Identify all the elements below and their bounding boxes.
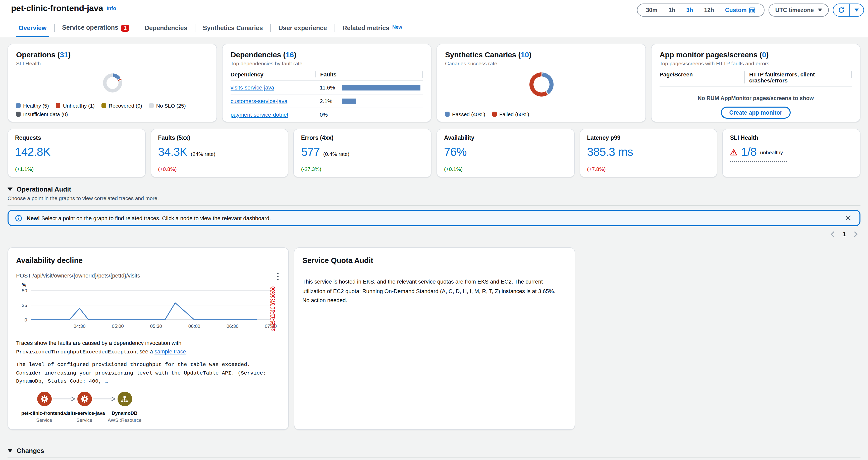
- svg-text:06:30: 06:30: [226, 323, 239, 329]
- section-heading: Changes: [17, 447, 44, 455]
- dependency-link[interactable]: payment-service-dotnet: [230, 112, 288, 118]
- metric-label: Errors (4xx): [301, 135, 424, 141]
- chart-menu-button[interactable]: [275, 272, 280, 282]
- section-subtitle: Choose a point in the graphs to view cor…: [7, 195, 861, 201]
- section-divider: [7, 205, 861, 206]
- metric-cards-row: Requests 142.8K (+1.1%) Faults (5xx) 34.…: [7, 129, 861, 177]
- changes-section-toggle[interactable]: Changes: [7, 447, 861, 455]
- errors-metric-card: Errors (4xx) 577(0.4% rate) (-27.3%): [293, 129, 432, 177]
- trace-explanation: Traces show the faults are caused by a d…: [16, 339, 270, 356]
- metric-delta: (+0.8%): [158, 166, 177, 172]
- svg-text:2025-11-21 07:00:00: 2025-11-21 07:00:00: [271, 286, 276, 331]
- column-header-faults: Faults: [315, 71, 423, 78]
- banner-close-button[interactable]: [843, 213, 853, 223]
- info-link[interactable]: Info: [106, 5, 116, 11]
- legend-item-failed[interactable]: Failed (60%): [492, 111, 529, 117]
- metric-delta: (-27.3%): [301, 166, 321, 172]
- metric-delta: (+7.8%): [587, 166, 606, 172]
- fault-rate-value: 11.6%: [315, 84, 342, 90]
- refresh-split-button: [833, 3, 864, 17]
- fault-bar: [342, 85, 420, 90]
- dependency-link[interactable]: visits-service-java: [230, 84, 274, 90]
- column-resize-handle[interactable]: [423, 71, 423, 78]
- dependencies-count[interactable]: 16: [285, 50, 294, 59]
- tab-user-experience[interactable]: User experience: [271, 21, 335, 36]
- custom-label: Custom: [725, 7, 747, 13]
- legend-swatch: [149, 103, 154, 108]
- legend-item-unhealthy[interactable]: Unhealthy (1): [56, 103, 95, 109]
- banner-prefix: New!: [27, 215, 40, 221]
- legend-swatch: [56, 103, 61, 108]
- service-quota-audit-title: Service Quota Audit: [302, 256, 567, 264]
- refresh-options-button[interactable]: [850, 4, 864, 16]
- resource-node-dynamodb[interactable]: DynamoDB AWS::Resource: [103, 392, 146, 423]
- create-app-monitor-button[interactable]: Create app monitor: [721, 107, 791, 119]
- legend-item-recovered[interactable]: Recovered (0): [102, 103, 142, 109]
- legend-item-healthy[interactable]: Healthy (5): [16, 103, 49, 109]
- time-range-1h[interactable]: 1h: [663, 7, 681, 13]
- operations-count[interactable]: 31: [60, 50, 68, 59]
- legend-swatch: [492, 112, 497, 117]
- tab-dependencies[interactable]: Dependencies: [137, 21, 195, 36]
- empty-state-text: No RUM AppMonitor pages/screens to show: [659, 95, 852, 101]
- collapse-triangle-icon: [7, 449, 12, 453]
- new-feature-tag: New: [392, 24, 402, 29]
- page-header: pet-clinic-frontend-javaInfo 30m 1h 3h 1…: [0, 0, 868, 37]
- node-type: AWS::Resource: [108, 417, 142, 423]
- chevron-right-icon: [854, 231, 858, 237]
- app-monitor-table-header: Page/Screen HTTP faults/errors, client c…: [659, 71, 852, 87]
- tab-label: Overview: [19, 24, 46, 31]
- next-page-button[interactable]: [854, 231, 858, 237]
- time-range-30m[interactable]: 30m: [641, 7, 663, 13]
- latency-metric-card: Latency p99 385.3 ms (+7.8%): [580, 129, 717, 177]
- canary-legend: Passed (40%) Failed (60%): [445, 111, 642, 117]
- tab-service-operations[interactable]: Service operations1: [55, 21, 136, 37]
- section-divider: [7, 458, 861, 458]
- node-name: pet-clinic-frontend...: [21, 410, 67, 416]
- metric-value: 142.8K: [15, 145, 51, 159]
- time-range-12h[interactable]: 12h: [699, 7, 719, 13]
- trace-text: .: [186, 348, 188, 354]
- refresh-button[interactable]: [833, 4, 850, 16]
- tab-overview[interactable]: Overview: [11, 21, 54, 36]
- legend-item-insufficient-data[interactable]: Insufficient data (0): [16, 111, 68, 117]
- table-row: customers-service-java 2.1%: [230, 94, 423, 108]
- app-monitor-card-title: App monitor pages/screens 0: [659, 50, 852, 59]
- tab-related-metrics[interactable]: Related metricsNew: [335, 21, 410, 36]
- time-range-custom[interactable]: Custom: [719, 7, 761, 13]
- sample-trace-link[interactable]: sample trace: [154, 348, 186, 354]
- table-row: visits-service-java 11.6%: [230, 81, 423, 94]
- dependency-link[interactable]: customers-service-java: [230, 98, 287, 104]
- exception-name: ProvisionedThroughputExceededException: [16, 349, 136, 355]
- fault-bar-track: [342, 85, 423, 90]
- gear-icon: [40, 395, 49, 403]
- availability-line-chart[interactable]: %5025004:3005:0005:3006:0006:3007:002025…: [16, 283, 281, 336]
- requests-metric-card: Requests 142.8K (+1.1%): [7, 129, 146, 177]
- sli-health-status[interactable]: 1/8 unhealthy: [730, 145, 787, 162]
- legend-label: Failed (60%): [499, 111, 529, 117]
- tab-label: Synthetics Canaries: [203, 24, 263, 31]
- canaries-count[interactable]: 10: [521, 50, 529, 59]
- tab-synthetics-canaries[interactable]: Synthetics Canaries: [195, 21, 271, 36]
- column-resize-handle[interactable]: [851, 71, 852, 78]
- metric-label: Faults (5xx): [158, 135, 281, 141]
- legend-item-no-slo[interactable]: No SLO (25): [149, 103, 186, 109]
- operational-audit-section-toggle[interactable]: Operational Audit: [7, 185, 861, 193]
- app-monitor-count[interactable]: 0: [762, 50, 766, 59]
- tab-bar: Overview Service operations1 Dependencie…: [11, 21, 864, 37]
- alert-count-badge: 1: [121, 25, 129, 32]
- close-icon: [845, 215, 851, 221]
- metric-delta: (+0.1%): [444, 166, 463, 172]
- refresh-icon: [838, 6, 845, 13]
- metric-label: SLI Health: [730, 135, 853, 141]
- legend-swatch: [16, 112, 21, 117]
- current-page-number[interactable]: 1: [843, 231, 846, 238]
- previous-page-button[interactable]: [831, 231, 835, 237]
- timezone-select[interactable]: UTC timezone: [769, 3, 829, 17]
- time-range-3h[interactable]: 3h: [681, 7, 699, 13]
- chevron-down-icon: [855, 8, 859, 11]
- timezone-label: UTC timezone: [775, 7, 814, 13]
- service-node-circle: [77, 392, 92, 406]
- legend-label: No SLO (25): [156, 103, 186, 109]
- legend-item-passed[interactable]: Passed (40%): [445, 111, 485, 117]
